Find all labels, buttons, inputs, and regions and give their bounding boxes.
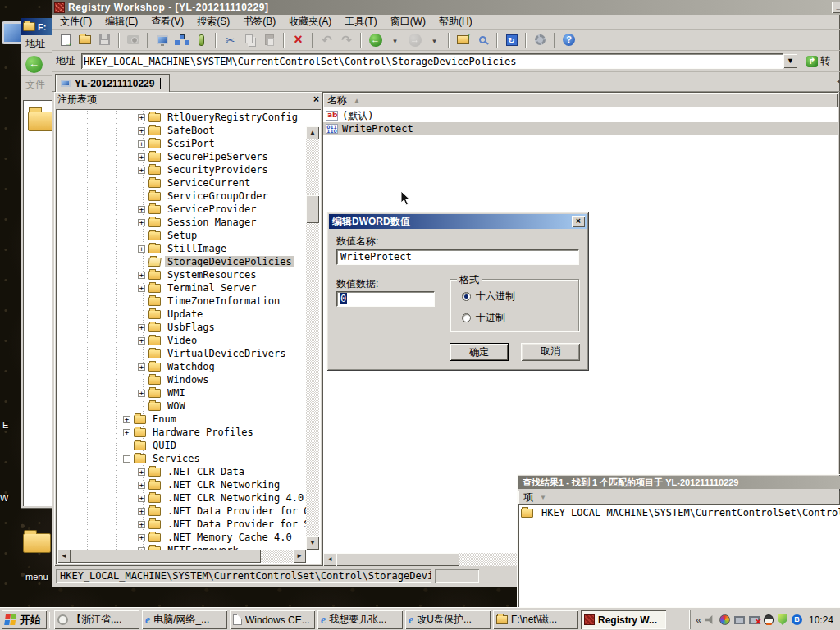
menu-item-6[interactable]: 收藏夹(A)	[289, 15, 331, 29]
scroll-right-icon[interactable]: ►	[293, 550, 306, 563]
find-result-row[interactable]: HKEY_LOCAL_MACHINE\SYSTEM\CurrentControl…	[518, 504, 840, 518]
tree-item-label[interactable]: QUID	[150, 440, 179, 451]
scrollbar-thumb[interactable]	[306, 195, 319, 223]
palette-icon[interactable]	[719, 614, 730, 625]
tree-item-label[interactable]: Terminal Server	[165, 282, 258, 294]
tree-item-label[interactable]: UsbFlags	[165, 322, 217, 333]
menu-item-4[interactable]: 搜索(S)	[197, 15, 230, 29]
cancel-button[interactable]: 取消	[521, 343, 580, 361]
tree-item-label[interactable]: SafeBoot	[165, 125, 217, 136]
task-button[interactable]: e我想要几张...	[317, 610, 403, 629]
expand-plus-icon[interactable]: +	[138, 324, 145, 331]
tree-item-label[interactable]: StillImage	[165, 243, 229, 254]
cut-button[interactable]	[221, 32, 239, 48]
network-error-icon[interactable]	[749, 616, 760, 624]
drop-button[interactable]	[386, 32, 404, 48]
back-icon[interactable]: ←	[25, 56, 43, 73]
tree-item-label[interactable]: Windows	[165, 374, 212, 386]
qq-icon[interactable]	[764, 614, 774, 625]
tree-item-label[interactable]: .NET Memory Cache 4.0	[165, 532, 294, 543]
tree-item[interactable]: -Services	[57, 452, 307, 465]
tree-item-label[interactable]: Update	[165, 308, 205, 320]
tree-item-label[interactable]: .NET Data Provider for SqlSe	[165, 518, 307, 530]
task-button[interactable]: Registry W...	[581, 610, 666, 629]
task-button[interactable]: 【浙江省,...	[54, 610, 139, 629]
tree-item-label[interactable]: .NET CLR Networking	[165, 479, 282, 491]
expand-plus-icon[interactable]: +	[138, 363, 145, 371]
tree-item-label[interactable]: ServiceCurrent	[165, 177, 253, 189]
network-button[interactable]	[173, 32, 190, 48]
tree-item[interactable]: +RtlQueryRegistryConfig	[57, 111, 307, 124]
tree-item-label[interactable]: SecurePipeServers	[165, 151, 271, 162]
expand-plus-icon[interactable]: +	[138, 272, 145, 279]
tree-item[interactable]: TimeZoneInformation	[57, 294, 307, 308]
titlebar[interactable]: Registry Workshop - [YL-201211110229] _ …	[52, 0, 840, 15]
tree-item[interactable]: +.NET CLR Data	[57, 465, 307, 478]
radio-hexadecimal[interactable]: 十六进制	[462, 290, 515, 304]
scroll-down-icon[interactable]: ▼	[306, 536, 319, 550]
tree-item[interactable]: +.NET Data Provider for Oracl	[57, 504, 307, 518]
tree-item[interactable]: ServiceGroupOrder	[57, 189, 307, 203]
menu-item-1[interactable]: 文件(F)	[60, 15, 92, 29]
tree-item[interactable]: +SystemResources	[57, 268, 307, 281]
tree-item-label[interactable]: WOW	[165, 400, 188, 412]
tray-chevron-icon[interactable]: «	[696, 614, 701, 626]
export-button[interactable]	[57, 32, 74, 48]
help-button[interactable]	[560, 32, 578, 48]
close-icon[interactable]: ×	[313, 94, 319, 105]
favorites-button[interactable]	[454, 32, 472, 48]
find-results-title[interactable]: 查找结果1 - 找到 1 个匹配的项目于 YL-201211110229	[518, 476, 840, 489]
collapse-minus-icon[interactable]: -	[123, 455, 130, 463]
settings-button[interactable]	[532, 32, 549, 48]
tree-item-label[interactable]: Video	[165, 335, 199, 346]
tree-item[interactable]: Update	[57, 308, 307, 321]
expand-plus-icon[interactable]: +	[138, 482, 145, 489]
name-column-header[interactable]: 名称 ▲	[323, 93, 838, 107]
taskbar-grip[interactable]	[49, 612, 52, 628]
tree-item[interactable]: +Session Manager	[57, 216, 307, 229]
volume-icon[interactable]	[705, 615, 715, 625]
menu-item-9[interactable]: 帮助(H)	[439, 15, 472, 29]
scrollbar-thumb[interactable]	[336, 553, 459, 566]
usb-button[interactable]	[193, 32, 210, 48]
drop-button[interactable]	[426, 32, 443, 48]
tree-item-label[interactable]: TimeZoneInformation	[165, 295, 282, 307]
tree-item[interactable]: +SafeBoot	[57, 124, 307, 137]
tree-item-label[interactable]: ScsiPort	[165, 138, 217, 149]
scroll-left-icon[interactable]: ◄	[323, 553, 336, 566]
scroll-left-icon[interactable]: ◄	[57, 550, 71, 563]
dialog-titlebar[interactable]: 编辑DWORD数值 ×	[329, 214, 587, 229]
ok-button[interactable]: 确定	[450, 343, 509, 361]
tree-item[interactable]: Setup	[57, 229, 307, 242]
tree-item-label[interactable]: Session Manager	[165, 217, 258, 228]
bluetooth-icon[interactable]: B	[792, 614, 802, 625]
values-horizontal-scrollbar[interactable]: ◄	[323, 553, 517, 566]
tree-item[interactable]: +.NET CLR Networking 4.0.0.0	[57, 491, 307, 504]
expand-plus-icon[interactable]: +	[138, 245, 145, 253]
shield-icon[interactable]	[778, 614, 788, 625]
expand-plus-icon[interactable]: +	[138, 390, 145, 397]
tree-item[interactable]: +Hardware Profiles	[57, 426, 307, 439]
tree-item[interactable]: +.NET CLR Networking	[57, 478, 307, 491]
tree-item[interactable]: VirtualDeviceDrivers	[57, 347, 307, 360]
menu-item-2[interactable]: 编辑(E)	[105, 15, 138, 29]
value-row[interactable]: 011110WriteProtect	[323, 122, 838, 135]
tree-item[interactable]: +.NET Memory Cache 4.0	[57, 531, 307, 544]
scrollbar-thumb[interactable]	[71, 550, 261, 563]
item-column-header[interactable]: 项 ▼	[518, 491, 840, 504]
address-dropdown-button[interactable]: ▼	[783, 54, 797, 68]
radio-decimal[interactable]: 十进制	[462, 311, 505, 325]
expand-plus-icon[interactable]: +	[138, 167, 145, 174]
expand-plus-icon[interactable]: +	[138, 468, 145, 476]
tree-item-label[interactable]: ServiceProvider	[165, 203, 258, 215]
tree-vertical-scrollbar[interactable]: ▲ ▼	[306, 126, 319, 550]
expand-plus-icon[interactable]: +	[138, 140, 145, 148]
tree-item[interactable]: +Enum	[57, 413, 307, 426]
tree-item[interactable]: +Terminal Server	[57, 281, 307, 294]
expand-plus-icon[interactable]: +	[138, 206, 145, 213]
tree-item-label[interactable]: Watchdog	[165, 361, 217, 372]
tree-item-label[interactable]: .NET CLR Networking 4.0.0.0	[165, 492, 307, 504]
expand-plus-icon[interactable]: +	[138, 521, 145, 528]
tree-item-label[interactable]: Enum	[150, 413, 179, 425]
tree-item-label[interactable]: RtlQueryRegistryConfig	[165, 112, 300, 123]
